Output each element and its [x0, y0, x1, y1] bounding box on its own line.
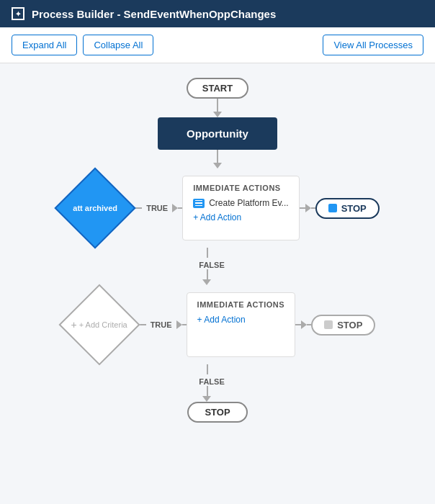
criteria-1-row: att archived TRUE IMMEDIATE ACTIONS	[55, 168, 380, 248]
true-connector-2: TRUE	[139, 320, 187, 329]
arrow-down-4	[202, 396, 211, 402]
toolbar-left: Expand All Collapse All	[12, 35, 153, 55]
stop-label-1: STOP	[341, 203, 367, 214]
start-node: START	[187, 78, 248, 99]
action-label-1: Create Platform Ev...	[209, 198, 288, 208]
process-canvas: START Opportunity att archived TRUE IMM	[0, 63, 435, 504]
false-section-1: FALSE	[167, 248, 224, 285]
immediate-actions-1: IMMEDIATE ACTIONS Create Platform Ev... …	[182, 176, 299, 240]
false-section-2: FALSE	[167, 364, 224, 402]
criteria-1-diamond[interactable]: att archived	[55, 168, 135, 248]
actions-title-1: IMMEDIATE ACTIONS	[193, 184, 288, 192]
stop-connector-1	[300, 204, 315, 212]
action-item-1[interactable]: Create Platform Ev...	[193, 198, 288, 208]
opportunity-node[interactable]: Opportunity	[158, 117, 277, 150]
h-line-3	[300, 207, 305, 209]
plus-icon: +	[71, 319, 77, 330]
connector-v-2	[217, 150, 218, 163]
arrow-right-2	[176, 320, 182, 329]
expand-all-button[interactable]: Expand All	[12, 35, 77, 55]
h-line-4	[311, 207, 315, 209]
criteria-2-row: + + Add Criteria TRUE IMMEDIATE ACTIONS …	[60, 285, 376, 364]
immediate-actions-2: IMMEDIATE ACTIONS + Add Action	[187, 292, 296, 357]
view-all-processes-button[interactable]: View All Processes	[323, 35, 423, 55]
arrow-down-2	[213, 163, 222, 168]
stop-square-1	[328, 204, 337, 212]
arrow-down-3	[202, 279, 211, 285]
stop-square-2	[324, 320, 333, 329]
h-line-7	[295, 324, 301, 325]
connector-v-5	[207, 364, 208, 374]
connector-v-4	[207, 269, 208, 279]
criteria-2-label: + + Add Criteria	[71, 319, 127, 330]
add-action-button-2[interactable]: + Add Action	[197, 315, 285, 325]
connector-v	[217, 99, 218, 112]
stop-node-2: STOP	[311, 315, 375, 336]
final-stop-node: STOP	[187, 402, 247, 423]
true-label-2: TRUE	[151, 320, 172, 329]
connector-v-3	[207, 248, 208, 258]
criteria-2-diamond[interactable]: + + Add Criteria	[60, 285, 139, 364]
arrow-down-1	[213, 112, 222, 117]
stop-label-2: STOP	[337, 320, 362, 330]
platform-event-icon	[193, 199, 205, 208]
title-bar: ✦ Process Builder - SendEventWhenOppChan…	[0, 0, 435, 27]
h-line-6	[182, 324, 187, 325]
false-label-2: FALSE	[199, 377, 224, 386]
flow-column: START Opportunity att archived TRUE IMM	[55, 78, 380, 423]
page-title: Process Builder - SendEventWhenOppChange…	[32, 8, 276, 20]
connector-v-6	[207, 386, 208, 396]
icon-lines	[195, 200, 202, 207]
criteria-1-label: att archived	[73, 204, 117, 212]
arrow-right-1	[172, 204, 178, 212]
false-label-1: FALSE	[199, 261, 224, 269]
actions-title-2: IMMEDIATE ACTIONS	[197, 300, 285, 309]
true-connector-1: TRUE	[135, 204, 182, 212]
stop-connector-2	[295, 320, 311, 329]
toolbar: Expand All Collapse All View All Process…	[0, 27, 435, 63]
collapse-all-button[interactable]: Collapse All	[83, 35, 153, 55]
arrow-right-stop-1	[305, 204, 311, 212]
add-action-button-1[interactable]: + Add Action	[193, 212, 288, 222]
stop-node-1: STOP	[315, 198, 380, 219]
app-icon: ✦	[12, 7, 24, 20]
true-label-1: TRUE	[146, 204, 168, 212]
arrow-right-stop-2	[301, 320, 307, 329]
